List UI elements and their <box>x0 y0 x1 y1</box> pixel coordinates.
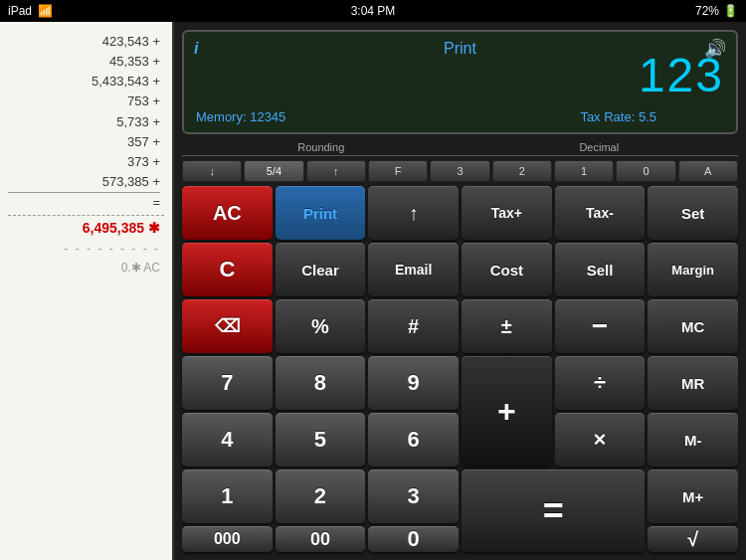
status-bar: iPad 📶 3:04 PM 72% 🔋 <box>0 0 746 22</box>
round-54-button[interactable]: 5/4 <box>244 160 303 182</box>
multiply-button[interactable]: × <box>555 413 646 467</box>
eight-button[interactable]: 8 <box>276 356 366 410</box>
button-grid: AC Print ↑ Tax+ Tax- Set C Clear Email C… <box>182 186 738 552</box>
tape-ac: 0.✱ AC <box>8 259 164 278</box>
rounding-label: Rounding <box>182 138 461 156</box>
triplezero-button[interactable]: 000 <box>182 526 273 552</box>
time-display: 3:04 PM <box>351 4 396 18</box>
three-button[interactable]: 3 <box>368 469 459 523</box>
device-label: iPad <box>8 4 32 18</box>
wifi-icon: 📶 <box>38 4 53 18</box>
settings-buttons: ↓ 5/4 ↑ F 3 2 1 0 A <box>182 160 738 182</box>
tax-minus-button[interactable]: Tax- <box>555 186 646 240</box>
equals-button[interactable]: = <box>462 469 645 552</box>
decimal-label: Decimal <box>461 138 739 156</box>
ac-button[interactable]: AC <box>182 186 273 240</box>
memory-display: Memory: 12345 <box>196 109 285 124</box>
tape-line: 5,733 + <box>8 112 164 132</box>
tape-dashed: - - - - - - - - - <box>8 240 164 259</box>
nine-button[interactable]: 9 <box>368 356 459 410</box>
plusminus-button[interactable]: ± <box>462 299 552 353</box>
sell-button[interactable]: Sell <box>555 243 646 296</box>
battery-label: 72% <box>695 4 719 18</box>
c-button[interactable]: C <box>182 243 273 296</box>
tape-line: 373 + <box>8 152 164 172</box>
email-button[interactable]: Email <box>368 243 459 296</box>
mplus-button[interactable]: M+ <box>648 469 738 523</box>
plus-button[interactable]: + <box>462 356 552 467</box>
decimal-2-button[interactable]: 2 <box>492 160 552 182</box>
tape-result: 6,495,385 ✱ <box>8 215 164 240</box>
one-button[interactable]: 1 <box>182 469 273 523</box>
mminus-button[interactable]: M- <box>648 413 738 467</box>
percent-button[interactable]: % <box>276 299 366 353</box>
decimal-a-button[interactable]: A <box>678 160 738 182</box>
info-button[interactable]: i <box>194 40 198 58</box>
tape-line: 5,433,543 + <box>8 72 164 92</box>
calculator-panel: i Print 🔊 123 Memory: 12345 Tax Rate: 5.… <box>174 22 746 560</box>
margin-button[interactable]: Margin <box>648 243 738 296</box>
four-button[interactable]: 4 <box>182 413 273 467</box>
set-button[interactable]: Set <box>648 186 738 240</box>
settings-labels: Rounding Decimal <box>182 138 738 156</box>
print-button[interactable]: Print <box>276 186 366 240</box>
display-panel: i Print 🔊 123 Memory: 12345 Tax Rate: 5.… <box>182 30 738 134</box>
tape-line: 45,353 + <box>8 52 164 72</box>
divide-button[interactable]: ÷ <box>555 356 646 410</box>
clear-button[interactable]: Clear <box>276 243 366 296</box>
round-down-button[interactable]: ↓ <box>182 160 242 182</box>
tape-panel: 423,543 + 45,353 + 5,433,543 + 753 + 5,7… <box>0 22 174 560</box>
five-button[interactable]: 5 <box>276 413 366 467</box>
print-display-button[interactable]: Print <box>444 40 476 58</box>
minus-button[interactable]: − <box>555 299 646 353</box>
main-layout: 423,543 + 45,353 + 5,433,543 + 753 + 5,7… <box>0 22 746 560</box>
decimal-0-button[interactable]: 0 <box>616 160 675 182</box>
mr-button[interactable]: MR <box>648 356 738 410</box>
mc-button[interactable]: MC <box>648 299 738 353</box>
tape-line: 357 + <box>8 132 164 152</box>
tape-line: 753 + <box>8 92 164 111</box>
tape-line: = <box>8 192 164 213</box>
decimal-f-button[interactable]: F <box>368 160 428 182</box>
battery-icon: 🔋 <box>723 4 738 18</box>
decimal-1-button[interactable]: 1 <box>554 160 614 182</box>
sqrt-button[interactable]: √ <box>648 526 738 552</box>
tax-display: Tax Rate: 5.5 <box>580 109 656 124</box>
decimal-3-button[interactable]: 3 <box>430 160 489 182</box>
backspace-button[interactable]: ⌫ <box>182 299 273 353</box>
round-up-button[interactable]: ↑ <box>306 160 366 182</box>
zero-button[interactable]: 0 <box>368 526 459 552</box>
tape-line: 573,385 + <box>8 172 164 192</box>
tape-line: 423,543 + <box>8 32 164 52</box>
six-button[interactable]: 6 <box>368 413 459 467</box>
arrow-up-button[interactable]: ↑ <box>368 186 459 240</box>
doublezero-button[interactable]: 00 <box>276 526 366 552</box>
two-button[interactable]: 2 <box>276 469 366 523</box>
cost-button[interactable]: Cost <box>462 243 552 296</box>
hash-button[interactable]: # <box>368 299 459 353</box>
tax-plus-button[interactable]: Tax+ <box>462 186 552 240</box>
seven-button[interactable]: 7 <box>182 356 273 410</box>
main-display: 123 <box>639 48 724 102</box>
